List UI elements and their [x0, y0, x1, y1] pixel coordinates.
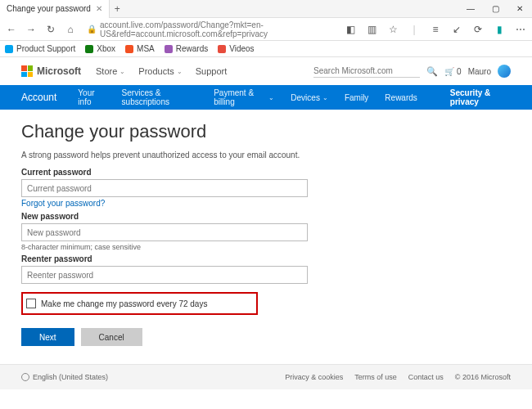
new-password-label: New password	[21, 212, 511, 221]
page-subtitle: A strong password helps prevent unauthor…	[21, 151, 511, 160]
reenter-password-label: Reenter password	[21, 254, 511, 263]
nav-rewards[interactable]: Rewards	[385, 93, 417, 102]
favorite-item[interactable]: Product Support	[5, 44, 75, 53]
address-bar[interactable]: 🔒 account.live.com/password/Change?mkt=e…	[83, 20, 337, 38]
lock-icon: 🔒	[87, 25, 97, 34]
favorite-icon-videos	[218, 45, 226, 53]
footer-link-contact[interactable]: Contact us	[408, 373, 444, 381]
nav-products[interactable]: Products⌄	[138, 66, 182, 76]
toolbar-icon-2[interactable]: ▥	[365, 23, 378, 36]
extension-icon[interactable]: ▮	[493, 23, 506, 36]
microsoft-logo[interactable]: Microsoft	[21, 65, 81, 77]
settings-icon[interactable]: ⟳	[471, 23, 485, 36]
browser-toolbar: ← → ↻ ⌂ 🔒 account.live.com/password/Chan…	[0, 18, 532, 41]
microsoft-logo-text: Microsoft	[37, 65, 81, 77]
account-nav: Account Your info Services & subscriptio…	[0, 85, 532, 110]
search-input[interactable]	[313, 65, 420, 78]
window-titlebar: Change your password ✕ + — ▢ ✕	[0, 0, 532, 18]
new-tab-button[interactable]: +	[110, 3, 125, 15]
favorites-bar: Product Support Xbox MSA Rewards Videos	[0, 41, 532, 57]
nav-services[interactable]: Services & subscriptions	[122, 88, 198, 106]
home-icon[interactable]: ⌂	[64, 23, 77, 36]
search-icon[interactable]: 🔍	[426, 66, 438, 77]
nav-security-privacy[interactable]: Security & privacy	[450, 88, 511, 106]
footer-copyright: © 2016 Microsoft	[455, 373, 511, 381]
favorite-item[interactable]: MSA	[125, 44, 155, 53]
footer-link-terms[interactable]: Terms of use	[354, 373, 397, 381]
favorite-icon[interactable]: ☆	[386, 23, 399, 36]
change-every-72-days-checkbox[interactable]	[26, 299, 36, 308]
nav-devices[interactable]: Devices⌄	[291, 93, 328, 102]
reenter-password-input[interactable]	[21, 266, 308, 284]
favorite-icon-rewards	[165, 45, 173, 53]
share-icon[interactable]: ↙	[450, 23, 463, 36]
window-minimize-button[interactable]: —	[458, 0, 483, 18]
chevron-down-icon: ⌄	[322, 94, 328, 101]
favorite-icon-msa	[125, 45, 133, 53]
avatar[interactable]	[498, 65, 511, 78]
nav-support[interactable]: Support	[196, 66, 228, 76]
microsoft-logo-icon	[21, 65, 33, 77]
locale-link[interactable]: English (United States)	[33, 373, 108, 381]
close-tab-icon[interactable]: ✕	[96, 4, 102, 13]
username-label[interactable]: Mauro	[468, 67, 491, 76]
site-footer: English (United States) Privacy & cookie…	[0, 365, 532, 389]
chevron-down-icon: ⌄	[119, 68, 125, 75]
page-title: Change your password	[21, 121, 511, 142]
back-icon[interactable]: ←	[5, 23, 18, 36]
change-every-72-days-row: Make me change my password every 72 days	[21, 292, 258, 315]
toolbar-icon-1[interactable]: ◧	[344, 23, 357, 36]
favorite-icon-product	[5, 45, 13, 53]
favorite-item[interactable]: Rewards	[165, 44, 208, 53]
cancel-button[interactable]: Cancel	[81, 328, 142, 346]
tab-title: Change your password	[7, 4, 91, 13]
reading-list-icon[interactable]: ≡	[429, 23, 442, 36]
current-password-label: Current password	[21, 168, 511, 177]
globe-icon	[21, 373, 29, 381]
main-content: Change your password A strong password h…	[0, 110, 532, 346]
footer-link-privacy[interactable]: Privacy & cookies	[285, 373, 343, 381]
chevron-down-icon: ⌄	[268, 94, 274, 101]
current-password-input[interactable]	[21, 179, 308, 197]
nav-payment[interactable]: Payment & billing⌄	[214, 88, 274, 106]
nav-family[interactable]: Family	[345, 93, 368, 102]
forgot-password-link[interactable]: Forgot your password?	[21, 199, 105, 208]
cart-icon: 🛒	[444, 67, 454, 76]
new-password-input[interactable]	[21, 223, 308, 241]
more-icon[interactable]: ⋯	[514, 23, 527, 36]
nav-store[interactable]: Store⌄	[96, 66, 125, 76]
window-close-button[interactable]: ✕	[507, 0, 532, 18]
browser-tab[interactable]: Change your password ✕	[0, 0, 110, 18]
favorite-item[interactable]: Videos	[218, 44, 254, 53]
url-text: account.live.com/password/Change?mkt=en-…	[100, 20, 334, 38]
chevron-down-icon: ⌄	[177, 68, 183, 75]
account-heading: Account	[21, 92, 56, 103]
toolbar-divider: |	[408, 23, 421, 36]
favorite-icon-xbox	[85, 45, 93, 53]
refresh-icon[interactable]: ↻	[44, 23, 57, 36]
window-maximize-button[interactable]: ▢	[483, 0, 507, 18]
forward-icon[interactable]: →	[25, 23, 38, 36]
password-hint: 8-character minimum; case sensitive	[21, 243, 511, 251]
site-header: Microsoft Store⌄ Products⌄ Support 🔍 🛒0 …	[0, 57, 532, 85]
nav-your-info[interactable]: Your info	[78, 88, 105, 106]
favorite-item[interactable]: Xbox	[85, 44, 115, 53]
next-button[interactable]: Next	[21, 328, 74, 346]
cart-button[interactable]: 🛒0	[444, 67, 462, 76]
change-every-72-days-label: Make me change my password every 72 days	[41, 299, 207, 308]
